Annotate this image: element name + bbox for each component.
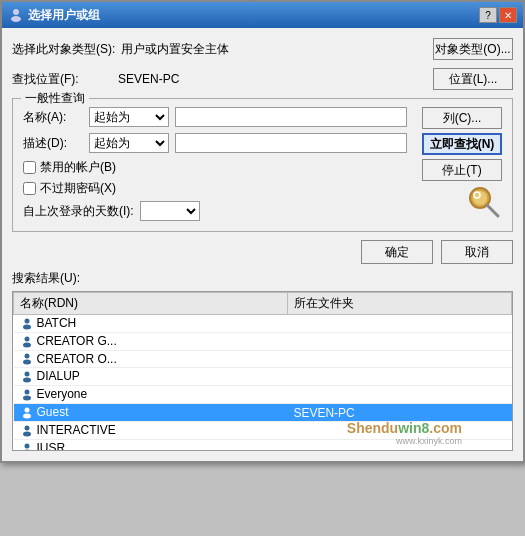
name-input[interactable] — [175, 107, 407, 127]
table-row[interactable]: CREATOR O... — [14, 350, 512, 368]
cell-name: CREATOR G... — [14, 332, 288, 350]
title-bar-left: 选择用户或组 — [8, 7, 100, 24]
cell-folder — [287, 350, 511, 368]
groupbox-legend: 一般性查询 — [21, 90, 89, 107]
cell-folder — [287, 332, 511, 350]
cell-folder — [287, 386, 511, 404]
results-table: 名称(RDN) 所在文件夹 BATCH CREATOR G... CREATOR… — [13, 292, 512, 451]
main-window: 选择用户或组 ? ✕ 选择此对象类型(S): 用户或内置安全主体 对象类型(O)… — [0, 0, 525, 463]
user-icon — [20, 442, 34, 451]
bottom-buttons: 确定 取消 — [12, 240, 513, 264]
window-icon — [8, 7, 24, 23]
user-icon — [20, 370, 34, 384]
col-button[interactable]: 列(C)... — [422, 107, 502, 129]
cell-name: IUSR — [14, 439, 288, 451]
svg-point-15 — [23, 396, 31, 401]
col-rdn[interactable]: 名称(RDN) — [14, 293, 288, 315]
svg-point-20 — [24, 443, 29, 448]
svg-point-11 — [23, 360, 31, 365]
user-icon — [20, 406, 34, 420]
close-button[interactable]: ✕ — [499, 7, 517, 23]
cell-name: INTERACTIVE — [14, 421, 288, 439]
location-row: 查找位置(F): SEVEN-PC 位置(L)... — [12, 68, 513, 90]
disabled-account-checkbox[interactable] — [23, 161, 36, 174]
cancel-button[interactable]: 取消 — [441, 240, 513, 264]
user-icon — [20, 317, 34, 331]
cell-name: CREATOR O... — [14, 350, 288, 368]
name-row: 名称(A): 起始为 — [23, 107, 407, 127]
no-expire-row: 不过期密码(X) — [23, 180, 407, 197]
location-button[interactable]: 位置(L)... — [433, 68, 513, 90]
title-bar: 选择用户或组 ? ✕ — [2, 2, 523, 28]
name-label: 名称(A): — [23, 109, 83, 126]
desc-row: 描述(D): 起始为 — [23, 133, 407, 153]
cell-folder — [287, 368, 511, 386]
table-row[interactable]: Everyone — [14, 386, 512, 404]
search-now-button[interactable]: 立即查找(N) — [422, 133, 502, 155]
location-value: SEVEN-PC — [118, 72, 427, 86]
dialog-content: 选择此对象类型(S): 用户或内置安全主体 对象类型(O)... 查找位置(F)… — [2, 28, 523, 461]
general-query-groupbox: 一般性查询 列(C)... 立即查找(N) 停止(T) 名称(A): 起始为 — [12, 98, 513, 232]
no-expire-label: 不过期密码(X) — [40, 180, 116, 197]
table-row[interactable]: INTERACTIVE — [14, 421, 512, 439]
svg-point-21 — [23, 449, 31, 451]
days-label: 自上次登录的天数(I): — [23, 203, 134, 220]
cell-name: Everyone — [14, 386, 288, 404]
user-icon — [20, 424, 34, 438]
window-title: 选择用户或组 — [28, 7, 100, 24]
results-table-container[interactable]: 名称(RDN) 所在文件夹 BATCH CREATOR G... CREATOR… — [12, 291, 513, 451]
col-folder[interactable]: 所在文件夹 — [287, 293, 511, 315]
cell-name: BATCH — [14, 315, 288, 333]
cell-folder — [287, 439, 511, 451]
desc-input[interactable] — [175, 133, 407, 153]
user-icon — [20, 352, 34, 366]
search-icon — [464, 182, 502, 220]
table-row[interactable]: CREATOR G... — [14, 332, 512, 350]
help-button[interactable]: ? — [479, 7, 497, 23]
location-label: 查找位置(F): — [12, 71, 112, 88]
svg-point-16 — [24, 407, 29, 412]
table-row[interactable]: DIALUP — [14, 368, 512, 386]
svg-point-14 — [24, 390, 29, 395]
object-type-label: 选择此对象类型(S): — [12, 41, 115, 58]
svg-point-0 — [13, 9, 19, 15]
svg-point-8 — [24, 336, 29, 341]
table-row[interactable]: GuestSEVEN-PC — [14, 404, 512, 422]
cell-folder — [287, 421, 511, 439]
cell-folder: SEVEN-PC — [287, 404, 511, 422]
table-header-row: 名称(RDN) 所在文件夹 — [14, 293, 512, 315]
svg-point-10 — [24, 354, 29, 359]
table-row[interactable]: BATCH — [14, 315, 512, 333]
stop-button[interactable]: 停止(T) — [422, 159, 502, 181]
name-select[interactable]: 起始为 — [89, 107, 169, 127]
desc-label: 描述(D): — [23, 135, 83, 152]
svg-point-6 — [24, 318, 29, 323]
svg-point-18 — [24, 425, 29, 430]
ok-button[interactable]: 确定 — [361, 240, 433, 264]
object-type-value: 用户或内置安全主体 — [121, 41, 427, 58]
svg-point-17 — [23, 413, 31, 418]
cell-name: DIALUP — [14, 368, 288, 386]
object-type-row: 选择此对象类型(S): 用户或内置安全主体 对象类型(O)... — [12, 38, 513, 60]
svg-line-4 — [487, 205, 498, 216]
table-row[interactable]: IUSR — [14, 439, 512, 451]
object-type-button[interactable]: 对象类型(O)... — [433, 38, 513, 60]
results-label: 搜索结果(U): — [12, 270, 513, 287]
user-icon — [20, 388, 34, 402]
user-icon — [20, 335, 34, 349]
days-row: 自上次登录的天数(I): — [23, 201, 407, 221]
svg-point-12 — [24, 372, 29, 377]
svg-point-9 — [23, 342, 31, 347]
cell-name: Guest — [14, 404, 288, 422]
days-select[interactable] — [140, 201, 200, 221]
desc-select[interactable]: 起始为 — [89, 133, 169, 153]
svg-point-1 — [11, 16, 21, 22]
no-expire-checkbox[interactable] — [23, 182, 36, 195]
search-icon-area — [464, 182, 502, 223]
disabled-account-label: 禁用的帐户(B) — [40, 159, 116, 176]
action-buttons: 列(C)... 立即查找(N) 停止(T) — [422, 107, 502, 181]
svg-point-13 — [23, 378, 31, 383]
cell-folder — [287, 315, 511, 333]
results-section: 搜索结果(U): 名称(RDN) 所在文件夹 BATCH CREATOR G..… — [12, 270, 513, 451]
svg-point-19 — [23, 431, 31, 436]
